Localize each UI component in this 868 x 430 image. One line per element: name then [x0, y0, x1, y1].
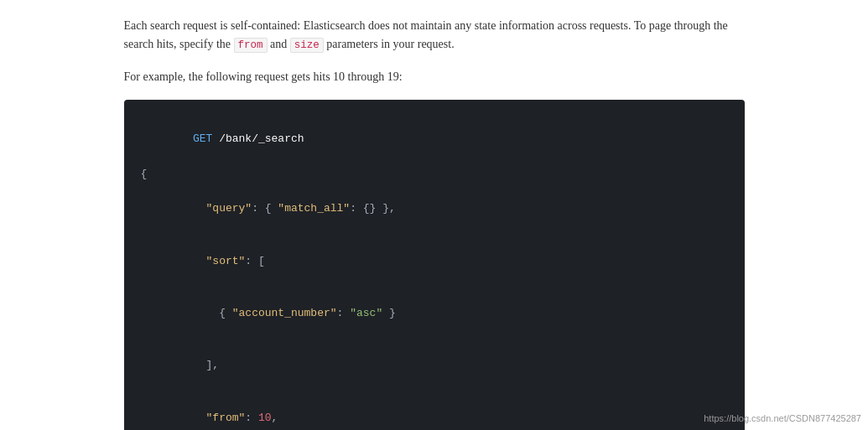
code-line-sort-inner: { "account_number": "asc" } [141, 288, 728, 339]
code-line-sort-close: ], [141, 340, 728, 392]
code-line-sort: "sort": [ [141, 236, 728, 288]
code-block-container: GET /bank/_search { "query": { "match_al… [124, 100, 745, 430]
size-code: size [290, 38, 324, 53]
watermark: https://blog.csdn.net/CSDN877425287 [704, 413, 861, 423]
code-block: GET /bank/_search { "query": { "match_al… [124, 100, 745, 430]
http-method: GET [193, 132, 212, 145]
code-line-from: "from": 10, [141, 392, 728, 430]
main-content: Each search request is self-contained: E… [107, 17, 761, 430]
api-path: /bank/_search [212, 132, 304, 145]
intro-text-3: parameters in your request. [324, 38, 455, 50]
code-line-open-brace: { [141, 166, 728, 184]
code-line-query: "query": { "match_all": {} }, [141, 183, 728, 235]
from-code: from [234, 38, 268, 53]
code-line-method: GET /bank/_search [141, 113, 728, 165]
intro-paragraph: Each search request is self-contained: E… [124, 17, 745, 54]
intro-text-2: and [268, 38, 290, 50]
example-intro: For example, the following request gets … [124, 68, 745, 86]
